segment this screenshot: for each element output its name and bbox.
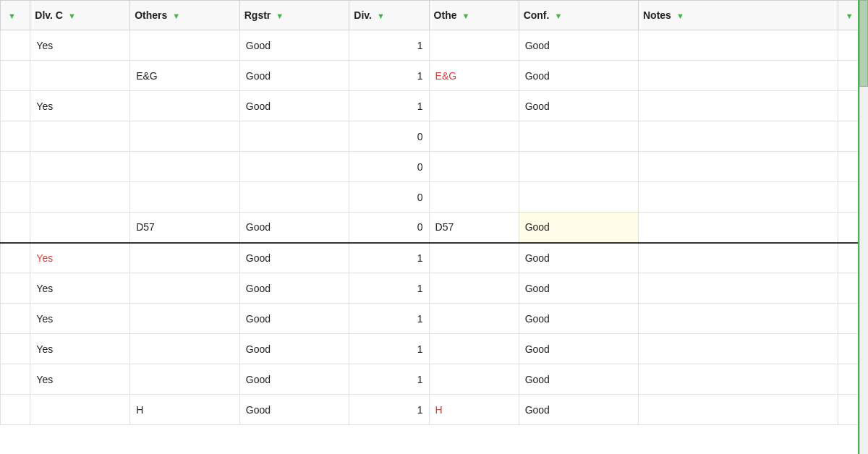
cell-conf-4 xyxy=(519,152,638,182)
cell-others-5 xyxy=(130,182,240,213)
cell-others-7 xyxy=(130,243,240,273)
cell-othe-11 xyxy=(429,364,519,395)
cell-othe-12: H xyxy=(429,395,519,425)
cell-div-2: 1 xyxy=(349,91,429,121)
cell-rgstr-5 xyxy=(239,182,349,213)
filter-icon-rgstr[interactable]: ▼ xyxy=(273,12,284,20)
cell-conf-10: Good xyxy=(519,334,638,364)
cell-notes-11 xyxy=(639,364,838,395)
cell-div-8: 1 xyxy=(349,273,429,304)
filter-icon-others[interactable]: ▼ xyxy=(170,12,180,20)
cell-notes-7 xyxy=(639,243,838,273)
cell-rgstr-0: Good xyxy=(239,30,349,61)
cell-others-4 xyxy=(130,152,240,182)
cell-others-12: H xyxy=(130,395,240,425)
cell-othe-1: E&G xyxy=(429,61,519,91)
filter-icon-main[interactable]: ▼ xyxy=(8,12,16,20)
table-row[interactable]: YesGood1Good xyxy=(1,364,868,395)
cell-conf-6: Good xyxy=(519,213,638,243)
cell-conf-7: Good xyxy=(519,243,638,273)
cell-rgstr-12: Good xyxy=(239,395,349,425)
cell-notes-12 xyxy=(639,395,838,425)
table-row[interactable]: YesGood1Good xyxy=(1,30,868,61)
header-label-conf: Conf. xyxy=(524,9,550,21)
cell-conf-5 xyxy=(519,182,638,213)
header-label-others: Others xyxy=(135,9,167,21)
cell-filter-9 xyxy=(1,304,30,334)
cell-divc-10: Yes xyxy=(30,334,130,364)
table-row[interactable]: HGood1HGood xyxy=(1,395,868,425)
cell-div-12: 1 xyxy=(349,395,429,425)
cell-filter-10 xyxy=(1,334,30,364)
cell-rgstr-6: Good xyxy=(239,213,349,243)
spreadsheet-container: ▼Dlv. C ▼Others ▼Rgstr ▼Div. ▼Othe ▼Conf… xyxy=(0,0,868,454)
filter-icon-div[interactable]: ▼ xyxy=(375,12,385,20)
cell-conf-12: Good xyxy=(519,395,638,425)
table-row[interactable]: 0 xyxy=(1,152,868,182)
cell-notes-6 xyxy=(639,213,838,243)
table-row[interactable]: YesGood1Good xyxy=(1,334,868,364)
cell-div-10: 1 xyxy=(349,334,429,364)
header-notes: Notes ▼ xyxy=(639,1,838,30)
filter-icon-divc[interactable]: ▼ xyxy=(66,12,76,20)
scrollbar[interactable] xyxy=(859,0,868,454)
cell-others-6: D57 xyxy=(130,213,240,243)
cell-div-7: 1 xyxy=(349,243,429,273)
cell-div-4: 0 xyxy=(349,152,429,182)
cell-conf-11: Good xyxy=(519,364,638,395)
cell-others-2 xyxy=(130,91,240,121)
cell-othe-7 xyxy=(429,243,519,273)
cell-conf-2: Good xyxy=(519,91,638,121)
cell-notes-1 xyxy=(639,61,838,91)
scrollbar-thumb[interactable] xyxy=(859,0,868,87)
table-row[interactable]: YesGood1Good xyxy=(1,243,868,273)
cell-others-0 xyxy=(130,30,240,61)
cell-others-11 xyxy=(130,364,240,395)
header-filter: ▼ xyxy=(1,1,30,30)
table-row[interactable]: YesGood1Good xyxy=(1,304,868,334)
table-body: YesGood1GoodE&GGood1E&GGoodYesGood1Good0… xyxy=(1,30,868,425)
cell-others-10 xyxy=(130,334,240,364)
cell-filter-12 xyxy=(1,395,30,425)
cell-rgstr-9: Good xyxy=(239,304,349,334)
filter-icon-conf[interactable]: ▼ xyxy=(552,12,562,20)
table-row[interactable]: YesGood1Good xyxy=(1,273,868,304)
header-rgstr: Rgstr ▼ xyxy=(239,1,349,30)
cell-rgstr-11: Good xyxy=(239,364,349,395)
cell-conf-0: Good xyxy=(519,30,638,61)
cell-rgstr-4 xyxy=(239,152,349,182)
table-row[interactable]: YesGood1Good xyxy=(1,91,868,121)
cell-filter-6 xyxy=(1,213,30,243)
cell-notes-9 xyxy=(639,304,838,334)
cell-rgstr-10: Good xyxy=(239,334,349,364)
cell-rgstr-7: Good xyxy=(239,243,349,273)
table-row[interactable]: E&GGood1E&GGood xyxy=(1,61,868,91)
header-othe: Othe ▼ xyxy=(429,1,519,30)
cell-filter-8 xyxy=(1,273,30,304)
cell-divc-9: Yes xyxy=(30,304,130,334)
cell-othe-3 xyxy=(429,121,519,152)
cell-notes-3 xyxy=(639,121,838,152)
cell-notes-8 xyxy=(639,273,838,304)
cell-filter-7 xyxy=(1,243,30,273)
cell-filter-3 xyxy=(1,121,30,152)
table-row[interactable]: D57Good0D57Good xyxy=(1,213,868,243)
cell-rgstr-3 xyxy=(239,121,349,152)
cell-notes-0 xyxy=(639,30,838,61)
table-row[interactable]: 0 xyxy=(1,182,868,213)
filter-icon-last[interactable]: ▼ xyxy=(846,12,854,20)
cell-othe-9 xyxy=(429,304,519,334)
filter-icon-othe[interactable]: ▼ xyxy=(459,12,469,20)
cell-div-0: 1 xyxy=(349,30,429,61)
data-table: ▼Dlv. C ▼Others ▼Rgstr ▼Div. ▼Othe ▼Conf… xyxy=(0,0,868,425)
cell-filter-4 xyxy=(1,152,30,182)
table-row[interactable]: 0 xyxy=(1,121,868,152)
header-row: ▼Dlv. C ▼Others ▼Rgstr ▼Div. ▼Othe ▼Conf… xyxy=(1,1,868,30)
cell-others-3 xyxy=(130,121,240,152)
cell-divc-0: Yes xyxy=(30,30,130,61)
header-others: Others ▼ xyxy=(130,1,240,30)
filter-icon-notes[interactable]: ▼ xyxy=(674,12,684,20)
cell-filter-11 xyxy=(1,364,30,395)
cell-divc-5 xyxy=(30,182,130,213)
cell-divc-8: Yes xyxy=(30,273,130,304)
